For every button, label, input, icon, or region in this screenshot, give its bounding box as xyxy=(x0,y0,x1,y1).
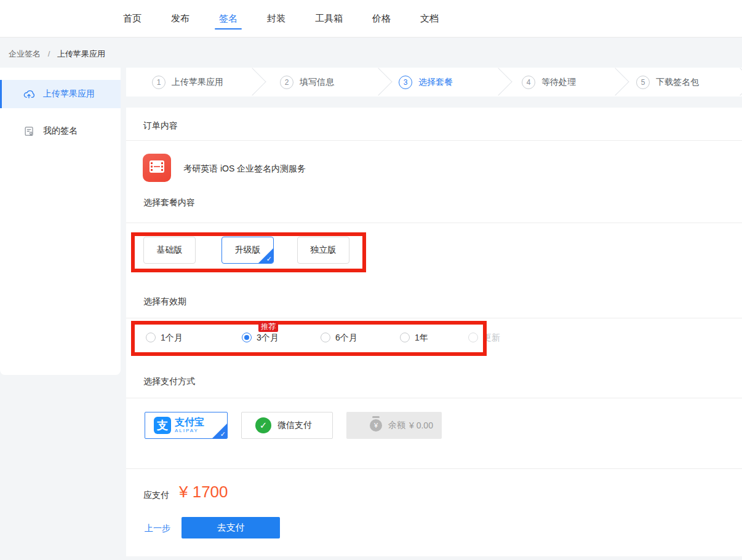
check-icon: ✓ xyxy=(220,430,226,438)
divider xyxy=(126,223,742,223)
wechat-pay-icon: ✓ xyxy=(255,417,271,433)
step-label: 上传苹果应用 xyxy=(172,77,223,88)
radio-icon xyxy=(321,333,330,342)
chevron-right-icon xyxy=(601,68,629,95)
breadcrumb: 企业签名 / 上传苹果应用 xyxy=(9,49,105,60)
package-option-standalone[interactable]: 独立版 xyxy=(297,237,349,264)
previous-step-link[interactable]: 上一步 xyxy=(145,523,170,534)
alipay-name: 支付宝 xyxy=(175,417,204,427)
amount-due-label: 应支付 xyxy=(143,490,169,501)
divider xyxy=(126,398,742,398)
chevron-right-icon xyxy=(364,68,392,95)
step-number: 3 xyxy=(399,76,412,89)
breadcrumb-current: 上传苹果应用 xyxy=(57,49,105,58)
page: 首页 发布 签名 封装 工具箱 价格 文档 企业签名 / 上传苹果应用 上传苹果… xyxy=(0,0,742,560)
package-option-basic[interactable]: 基础版 xyxy=(143,237,196,264)
sidebar-item-label: 上传苹果应用 xyxy=(43,89,95,100)
step-1-upload: 1 上传苹果应用 xyxy=(152,68,223,97)
package-option-label: 独立版 xyxy=(311,245,337,256)
section-title-payment: 选择支付方式 xyxy=(143,376,195,387)
radio-icon xyxy=(468,333,478,342)
step-number: 4 xyxy=(522,76,535,89)
step-5-download: 5 下载签名包 xyxy=(636,68,699,97)
chevron-right-icon xyxy=(484,68,512,95)
sidebar-item-my-signatures[interactable]: 我的签名 xyxy=(0,117,121,145)
step-3-choose-plan: 3 选择套餐 xyxy=(399,68,453,97)
annotation-highlight-validity xyxy=(131,321,487,356)
validity-option-renew: 更新 xyxy=(468,333,500,342)
alipay-sub: ALIPAY xyxy=(175,428,204,433)
film-icon xyxy=(149,160,165,176)
product-name: 考研英语 iOS 企业签名内测服务 xyxy=(183,164,306,175)
main-nav: 首页 发布 签名 封装 工具箱 价格 文档 xyxy=(123,0,439,37)
validity-option-3months[interactable]: 3个月 xyxy=(242,333,279,342)
check-icon: ✓ xyxy=(266,255,272,263)
step-label: 选择套餐 xyxy=(418,77,453,88)
sidebar-item-upload-app[interactable]: 上传苹果应用 xyxy=(0,80,121,108)
step-2-fill-info: 2 填写信息 xyxy=(280,68,334,97)
radio-icon xyxy=(242,333,252,342)
section-title-package: 选择套餐内容 xyxy=(143,197,195,208)
radio-label: 6个月 xyxy=(335,333,357,342)
nav-home[interactable]: 首页 xyxy=(123,0,142,37)
step-4-processing: 4 等待处理 xyxy=(522,68,576,97)
alipay-wordmark: 支付宝 ALIPAY xyxy=(175,417,204,433)
nav-signature[interactable]: 签名 xyxy=(219,0,237,37)
radio-label: 1年 xyxy=(415,333,428,342)
breadcrumb-separator: / xyxy=(48,49,50,58)
money-bag-icon: ¥ xyxy=(370,419,382,432)
nav-publish[interactable]: 发布 xyxy=(171,0,189,37)
wechat-name: 微信支付 xyxy=(277,420,312,431)
section-title-order: 订单内容 xyxy=(143,120,178,132)
payment-method-wechat[interactable]: ✓ 微信支付 xyxy=(241,412,333,439)
nav-docs[interactable]: 文档 xyxy=(420,0,439,37)
radio-label: 3个月 xyxy=(257,333,279,342)
sidebar-item-label: 我的签名 xyxy=(43,125,78,136)
nav-package[interactable]: 封装 xyxy=(267,0,285,37)
signature-doc-icon xyxy=(22,124,36,138)
order-card: 订单内容 考研英语 iOS 企业签名内测服务 选择套餐内容 xyxy=(126,108,742,556)
sidebar: 上传苹果应用 我的签名 xyxy=(0,68,121,375)
step-number: 1 xyxy=(152,76,166,89)
section-title-validity: 选择有效期 xyxy=(143,296,186,307)
balance-amount: ¥ 0.00 xyxy=(409,420,433,430)
validity-option-1month[interactable]: 1个月 xyxy=(146,333,183,342)
radio-label: 1个月 xyxy=(161,333,183,342)
divider xyxy=(126,468,742,469)
step-label: 下载签名包 xyxy=(656,77,699,88)
radio-label: 更新 xyxy=(483,333,500,342)
payment-method-balance: ¥ 余额 ¥ 0.00 xyxy=(346,412,442,439)
chevron-right-icon xyxy=(238,68,266,95)
validity-option-1year[interactable]: 1年 xyxy=(400,333,428,342)
package-option-label: 升级版 xyxy=(235,245,261,256)
go-pay-button[interactable]: 去支付 xyxy=(182,517,280,538)
balance-name: 余额 xyxy=(388,420,405,431)
step-number: 5 xyxy=(636,76,650,89)
nav-toolbox[interactable]: 工具箱 xyxy=(315,0,343,37)
recommend-badge: 推荐 xyxy=(258,321,278,332)
amount-due-value: ¥ 1700 xyxy=(179,483,228,502)
radio-icon xyxy=(146,333,156,342)
alipay-icon: 支 xyxy=(154,417,171,434)
divider xyxy=(126,318,742,318)
divider xyxy=(126,140,742,141)
radio-icon xyxy=(400,333,410,342)
app-icon xyxy=(143,154,171,182)
package-option-label: 基础版 xyxy=(157,245,183,256)
validity-option-6months[interactable]: 6个月 xyxy=(321,333,357,342)
chevron-right-icon xyxy=(726,68,742,95)
cloud-upload-icon xyxy=(22,87,36,101)
package-option-upgrade[interactable]: 升级版 ✓ xyxy=(221,237,274,264)
step-label: 填写信息 xyxy=(300,77,334,88)
top-header: 首页 发布 签名 封装 工具箱 价格 文档 xyxy=(0,0,742,37)
nav-pricing[interactable]: 价格 xyxy=(372,0,391,37)
breadcrumb-root[interactable]: 企业签名 xyxy=(9,49,41,58)
payment-method-alipay[interactable]: 支 支付宝 ALIPAY ✓ xyxy=(145,412,228,439)
step-number: 2 xyxy=(280,76,293,89)
step-wizard: 1 上传苹果应用 2 填写信息 3 选择套餐 4 等待处理 5 下载签名包 xyxy=(126,68,742,97)
step-label: 等待处理 xyxy=(541,77,576,88)
